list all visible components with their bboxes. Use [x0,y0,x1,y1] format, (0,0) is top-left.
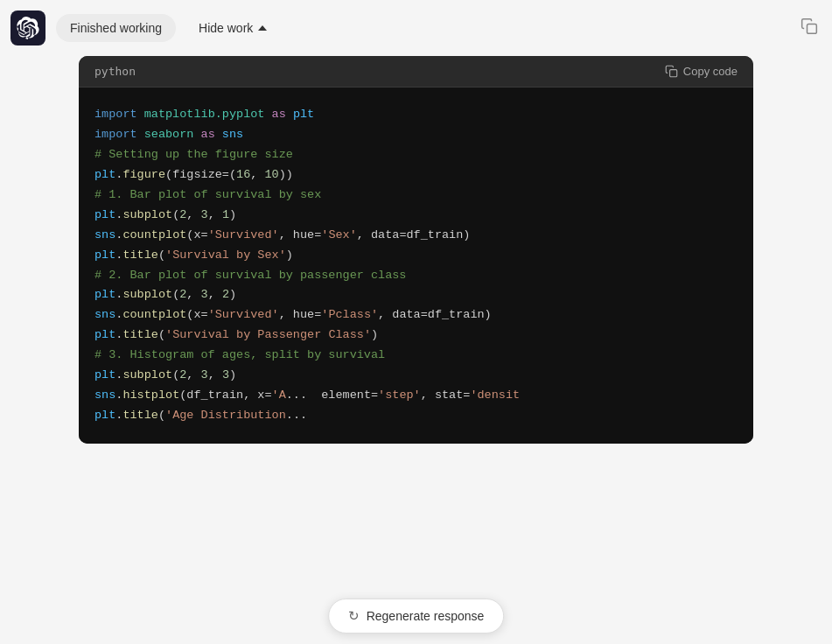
code-language-label: python [94,65,136,78]
logo [10,10,45,46]
top-bar: Finished working Hide work [0,0,832,56]
code-line: import seaborn as sns [94,125,738,145]
code-line: plt.subplot(2, 3, 3) [94,366,738,386]
svg-rect-1 [669,70,676,77]
regenerate-label: Regenerate response [367,609,485,623]
code-header: python Copy code [79,56,753,88]
code-line: plt.title('Age Distribution... [94,406,738,426]
code-line: # 2. Bar plot of survival by passenger c… [94,266,738,286]
copy-code-button[interactable]: Copy code [665,65,738,78]
code-line: plt.title('Survival by Sex') [94,246,738,266]
copy-code-icon [665,65,678,78]
code-line: plt.figure(figsize=(16, 10)) [94,165,738,186]
hide-work-label: Hide work [199,21,253,35]
code-body[interactable]: import matplotlib.pyplot as plt import s… [79,88,753,444]
status-pill: Finished working [56,14,176,42]
hide-work-button[interactable]: Hide work [186,14,279,42]
svg-rect-0 [808,24,817,33]
code-line: # 1. Bar plot of survival by sex [94,186,738,206]
regenerate-icon: ↻ [348,608,360,624]
code-block-container: python Copy code import matplotlib.pyplo… [79,56,753,444]
copy-top-icon [801,18,818,35]
top-copy-button[interactable] [797,14,822,43]
top-right-actions [797,14,822,43]
chatgpt-logo-icon [17,17,39,39]
code-line: sns.histplot(df_train, x='A... element='… [94,386,738,406]
code-line: import matplotlib.pyplot as plt [94,105,738,125]
code-line: plt.title('Survival by Passenger Class') [94,326,738,346]
finished-working-label: Finished working [70,21,162,35]
code-line: plt.subplot(2, 3, 1) [94,206,738,226]
code-line: sns.countplot(x='Survived', hue='Pclass'… [94,305,738,326]
regenerate-bar[interactable]: ↻ Regenerate response [328,598,505,634]
code-line: # Setting up the figure size [94,145,738,165]
chevron-up-icon [258,25,267,31]
copy-code-label: Copy code [683,65,738,78]
code-line: plt.subplot(2, 3, 2) [94,285,738,305]
code-line: sns.countplot(x='Survived', hue='Sex', d… [94,226,738,246]
code-line: # 3. Histogram of ages, split by surviva… [94,346,738,366]
